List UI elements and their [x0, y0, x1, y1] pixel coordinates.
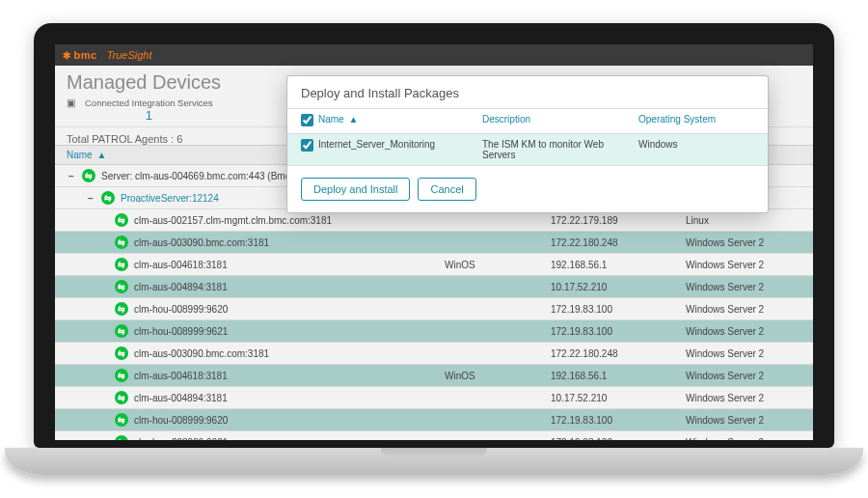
agent-name: clm-aus-003090.bmc.com:3181	[134, 237, 269, 248]
tree-agent-row[interactable]: clm-aus-003090.bmc.com:3181172.22.180.24…	[55, 343, 813, 365]
agent-os: Windows Server 2	[686, 260, 801, 270]
agent-name: clm-aus-004894:3181	[134, 393, 228, 403]
sort-asc-icon: ▲	[96, 150, 106, 160]
tree-agent-row[interactable]: clm-hou-008999:9620172.19.83.100Windows …	[55, 409, 813, 431]
agent-ip: 192.168.56.1	[551, 371, 686, 381]
agent-name: clm-aus-004894:3181	[134, 282, 228, 292]
proactive-link[interactable]: ProactiveServer:12124	[121, 193, 219, 204]
package-name: Internet_Server_Monitoring	[318, 139, 482, 160]
agent-ip: 172.22.179.189	[551, 215, 686, 226]
crumb-count: 1	[85, 108, 213, 123]
agent-name: clm-aus-004618:3181	[134, 260, 228, 270]
package-os: Windows	[638, 139, 754, 160]
dialog-col-os[interactable]: Operating System	[638, 114, 754, 128]
dialog-col-desc[interactable]: Description	[482, 114, 638, 128]
status-ok-icon	[101, 191, 115, 205]
tree-agent-row[interactable]: clm-aus-004894:318110.17.52.210Windows S…	[55, 387, 813, 409]
status-ok-icon	[115, 369, 128, 382]
agent-ip: 192.168.56.1	[551, 260, 686, 270]
agent-name: clm-hou-008999:9621	[134, 326, 228, 337]
deploy-install-button[interactable]: Deploy and Install	[301, 178, 410, 201]
agent-winos: WinOS	[445, 371, 551, 381]
collapse-icon[interactable]: −	[86, 193, 95, 204]
app-topbar: bmc TrueSight	[55, 44, 813, 66]
deploy-dialog: Deploy and Install Packages Name ▲ Descr…	[286, 75, 769, 213]
agent-name: clm-hou-008999:9620	[134, 415, 228, 426]
agent-winos: WinOS	[445, 260, 551, 270]
tree-agent-row[interactable]: clm-aus-004894:318110.17.52.210Windows S…	[55, 276, 813, 298]
col-name[interactable]: Name	[67, 150, 93, 160]
agent-ip: 172.19.83.100	[551, 437, 686, 441]
agent-os: Windows Server 2	[686, 393, 801, 403]
status-ok-icon	[115, 324, 128, 338]
select-all-checkbox[interactable]	[301, 114, 313, 126]
tree-agent-row[interactable]: clm-aus-004618:3181WinOS192.168.56.1Wind…	[55, 254, 813, 276]
tree-agent-row[interactable]: clm-aus-003090.bmc.com:3181172.22.180.24…	[55, 232, 813, 254]
tree-agent-row[interactable]: clm-aus-004618:3181WinOS192.168.56.1Wind…	[55, 365, 813, 387]
agent-name: clm-aus-002157.clm-mgmt.clm.bmc.com:3181	[134, 215, 332, 226]
cancel-button[interactable]: Cancel	[418, 178, 475, 201]
agent-name: clm-hou-008999:9621	[134, 437, 228, 441]
agent-ip: 172.19.83.100	[551, 304, 686, 315]
status-ok-icon	[115, 391, 128, 404]
dialog-title: Deploy and Install Packages	[287, 76, 768, 108]
agent-name: clm-hou-008999:9620	[134, 304, 228, 315]
agent-os: Windows Server 2	[686, 415, 801, 426]
agent-os: Windows Server 2	[686, 348, 801, 359]
expand-icon[interactable]: ▣	[67, 97, 75, 108]
product-name: TrueSight	[107, 49, 152, 61]
package-desc: The ISM KM to monitor Web Servers	[482, 139, 638, 160]
agent-name: clm-aus-004618:3181	[134, 371, 228, 381]
agent-ip: 10.17.52.210	[551, 282, 686, 292]
status-ok-icon	[115, 213, 128, 227]
agent-ip: 172.22.180.248	[551, 237, 686, 248]
status-ok-icon	[115, 413, 128, 427]
status-ok-icon	[115, 346, 128, 360]
status-ok-icon	[115, 258, 128, 271]
bmc-logo: bmc	[63, 49, 97, 61]
status-ok-icon	[115, 235, 128, 249]
agent-os: Windows Server 2	[686, 282, 801, 292]
tree-agent-row[interactable]: clm-hou-008999:9621172.19.83.100Windows …	[55, 320, 813, 343]
status-ok-icon	[115, 302, 128, 316]
agent-ip: 172.19.83.100	[551, 326, 686, 337]
crumb-label: Connected Integration Services	[85, 97, 213, 108]
agent-name: clm-aus-003090.bmc.com:3181	[134, 348, 269, 359]
collapse-icon[interactable]: −	[67, 171, 76, 181]
agent-ip: 10.17.52.210	[551, 393, 686, 403]
status-ok-icon	[115, 280, 128, 293]
package-checkbox[interactable]	[301, 139, 313, 152]
agent-ip: 172.19.83.100	[551, 415, 686, 426]
agent-os: Windows Server 2	[686, 326, 801, 337]
tree-agent-row[interactable]: clm-hou-008999:9620172.19.83.100Windows …	[55, 298, 813, 320]
agent-os: Windows Server 2	[686, 371, 801, 381]
agent-os: Windows Server 2	[686, 237, 801, 248]
agent-os: Windows Server 2	[686, 437, 801, 441]
sort-asc-icon: ▲	[348, 114, 358, 124]
agent-os: Linux	[686, 215, 801, 226]
agent-ip: 172.22.180.248	[551, 348, 686, 359]
agent-os: Windows Server 2	[686, 304, 801, 315]
tree-agent-row[interactable]: clm-hou-008999:9621172.19.83.100Windows …	[55, 431, 813, 440]
status-ok-icon	[115, 435, 128, 440]
dialog-package-row[interactable]: Internet_Server_Monitoring The ISM KM to…	[287, 134, 768, 166]
dialog-col-name[interactable]: Name	[318, 114, 344, 124]
status-ok-icon	[82, 169, 95, 182]
laptop-base	[5, 448, 863, 475]
